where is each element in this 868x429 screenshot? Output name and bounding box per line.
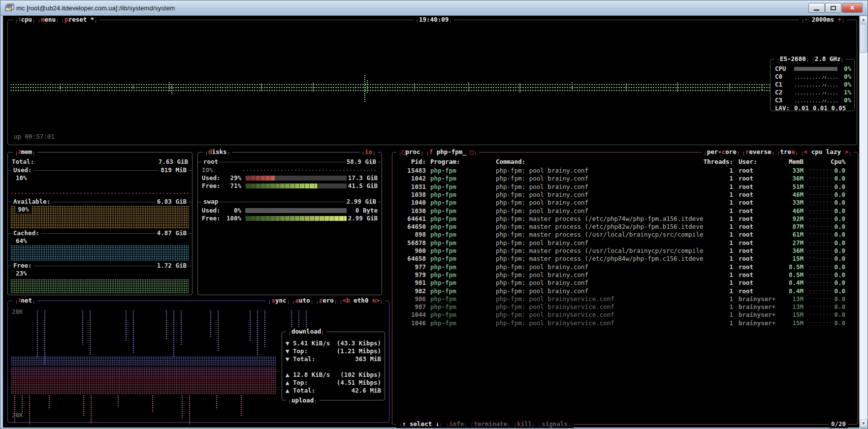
terminate-button[interactable]: terminate <box>469 420 512 428</box>
proc-row[interactable]: 1046php-fpmphp-fpm: pool brainyservice.c… <box>392 319 858 327</box>
select-down-icon[interactable]: ↓ <box>436 420 440 428</box>
proc-mem: 33M <box>769 167 804 175</box>
proc-program: php-fpm <box>430 207 456 215</box>
proc-user: root <box>739 215 753 223</box>
select-label: select <box>406 420 436 428</box>
upload-speed-bits: (102 Kibps) <box>340 371 381 379</box>
proc-row[interactable]: 979php-fpmphp-fpm: pool brainy.conf1root… <box>392 271 858 279</box>
proc-row[interactable]: 1030php-fpmphp-fpm: pool brainy.conf1roo… <box>392 207 858 215</box>
proc-row[interactable]: 986php-fpmphp-fpm: pool brainyservice.co… <box>392 295 858 303</box>
proc-row[interactable]: 977php-fpmphp-fpm: pool brainy.conf1root… <box>392 263 858 271</box>
disk-free-bar <box>245 184 347 188</box>
swap-used-bar <box>245 208 347 213</box>
proc-user: root <box>739 191 753 199</box>
proc-row[interactable]: 981php-fpmphp-fpm: pool brainy.conf1root… <box>392 279 858 287</box>
putty-window: mc [root@ub24.itdeveloper.com.ua]:/lib/s… <box>0 0 868 429</box>
net-zero-button[interactable]: zero <box>315 297 338 305</box>
scroll-up-icon[interactable]: ▲ <box>860 16 868 24</box>
core-usage-meter <box>794 83 837 87</box>
maximize-button[interactable] <box>825 3 841 13</box>
proc-threads: 1 <box>690 231 733 239</box>
col-threads[interactable]: Threads: <box>690 158 733 166</box>
col-program[interactable]: Program: <box>430 158 460 166</box>
col-mem[interactable]: MemB <box>769 158 804 166</box>
proc-row[interactable]: 64641php-fpmphp-fpm: master process (/et… <box>392 215 858 223</box>
percore-toggle[interactable]: per-core <box>703 148 741 156</box>
col-cpu[interactable]: Cpu% <box>816 158 845 166</box>
proc-row[interactable]: 1042php-fpmphp-fpm: pool brainy.conf1roo… <box>392 175 858 183</box>
proc-pid: 1046 <box>396 319 426 327</box>
proc-row[interactable]: 982php-fpmphp-fpm: pool brainy.conf1root… <box>392 287 858 295</box>
interval-increase-icon[interactable]: + <box>837 16 841 24</box>
iface-next-icon[interactable]: n> <box>372 297 380 305</box>
proc-row[interactable]: 15483php-fpmphp-fpm: pool brainy.conf1ro… <box>392 167 858 175</box>
button-label: nfo <box>453 420 464 428</box>
col-pid[interactable]: Pid: <box>396 158 426 166</box>
proc-program: php-fpm <box>430 239 456 247</box>
window-titlebar[interactable]: mc [root@ub24.itdeveloper.com.ua]:/lib/s… <box>0 0 868 16</box>
core-label: C3 <box>775 96 782 104</box>
select-up-icon[interactable]: ↑ <box>402 420 406 428</box>
kill-button[interactable]: kill <box>512 420 537 428</box>
upload-top-value: (4.51 Mibps) <box>337 379 381 387</box>
core-label: C0 <box>775 73 782 81</box>
filter-text: php-fpm_ <box>433 148 470 156</box>
col-user[interactable]: User: <box>739 158 757 166</box>
scrollbar-thumb[interactable] <box>860 24 868 53</box>
select-button[interactable]: ↑ select ↓ <box>397 420 444 428</box>
net-sync-button[interactable]: sync <box>267 297 290 305</box>
cpu-usage-graph <box>10 83 771 92</box>
preset-button[interactable]: preset * <box>60 16 98 24</box>
iface-prev-icon[interactable]: <b <box>343 297 350 305</box>
sort-next-icon[interactable]: > <box>844 148 848 156</box>
proc-row[interactable]: 1038php-fpmphp-fpm: pool brainy.conf1roo… <box>392 191 858 199</box>
filter-clear-icon[interactable]: □ <box>470 148 474 156</box>
mem-cached-label: Cached: <box>12 229 41 237</box>
proc-row[interactable]: 1031php-fpmphp-fpm: pool brainy.conf1roo… <box>392 183 858 191</box>
proc-row[interactable]: 898php-fpmphp-fpm: master process (/usr/… <box>392 231 858 239</box>
net-interface-switcher[interactable]: <b eth0 n> <box>338 297 384 305</box>
clock: 19:40:09 <box>415 16 453 24</box>
proc-pid: 1038 <box>396 191 426 199</box>
proc-cpu-mini-graph <box>808 201 833 205</box>
minimize-button[interactable] <box>808 3 825 13</box>
proc-command: php-fpm: pool brainy.conf <box>496 183 588 191</box>
proc-row[interactable]: 900php-fpmphp-fpm: master process (/usr/… <box>392 247 858 255</box>
net-auto-button[interactable]: auto <box>291 297 315 305</box>
interval-decrease-icon[interactable]: - <box>804 16 808 24</box>
sort-prev-icon[interactable]: < <box>804 148 808 156</box>
reverse-toggle[interactable]: reverse <box>741 148 776 156</box>
proc-mem: 51M <box>769 183 804 191</box>
cpu-box-label: cpu <box>21 16 32 24</box>
net-stats-box: download ▼ 5.41 KiB/s (43.3 Kibps) ▼ Top… <box>282 332 385 400</box>
proc-row[interactable]: 56878php-fpmphp-fpm: pool brainy.conf1ro… <box>392 239 858 247</box>
info-button[interactable]: info <box>444 420 469 428</box>
menu-button[interactable]: menu <box>36 16 60 24</box>
proc-row[interactable]: 1040php-fpmphp-fpm: pool brainy.conf1roo… <box>392 199 858 207</box>
close-button[interactable]: ✕ <box>842 3 863 13</box>
proc-row[interactable]: 64650php-fpmphp-fpm: master process (/et… <box>392 223 858 231</box>
disks-box-label: isks <box>212 148 227 156</box>
proc-program: php-fpm <box>430 255 456 263</box>
tree-toggle[interactable]: tree <box>776 148 800 156</box>
hotkey-letter: m <box>41 16 45 24</box>
proc-cpu-mini-graph <box>808 169 833 173</box>
core-percent: 0% <box>844 96 851 104</box>
proc-row[interactable]: 987php-fpmphp-fpm: pool brainyservice.co… <box>392 303 858 311</box>
upload-top-label: Top: <box>293 379 308 386</box>
update-interval-control[interactable]: - 2000ms + <box>800 16 846 24</box>
proc-row[interactable]: 64658php-fpmphp-fpm: master process (/et… <box>392 255 858 263</box>
proc-filter-input[interactable]: f php-fpm_ □ <box>425 148 478 156</box>
proc-command: php-fpm: pool brainyservice.conf <box>496 319 614 327</box>
col-command[interactable]: Command: <box>496 158 525 166</box>
sort-selector[interactable]: < cpu lazy > <box>800 148 853 156</box>
signals-button[interactable]: signals <box>537 420 573 428</box>
proc-row[interactable]: 1044php-fpmphp-fpm: pool brainyservice.c… <box>392 311 858 319</box>
proc-pid: 977 <box>396 263 426 271</box>
scroll-down-icon[interactable]: ▼ <box>860 420 868 428</box>
proc-command: php-fpm: pool brainy.conf <box>496 239 588 247</box>
net-box-title: 3net <box>14 297 36 305</box>
io-mode-button[interactable]: io <box>360 148 377 156</box>
terminal-scrollbar[interactable]: ▲ ▼ <box>859 16 868 428</box>
download-top-label: Top: <box>293 347 308 355</box>
